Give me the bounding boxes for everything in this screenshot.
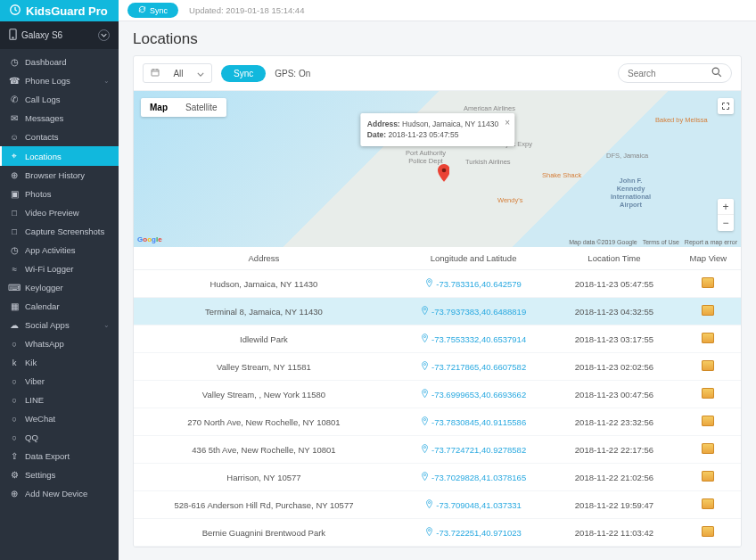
sidebar-item-label: Contacts <box>25 132 59 142</box>
coord-link[interactable]: -73.7937383,40.6488819 <box>421 306 526 317</box>
map-view-icon[interactable] <box>702 416 714 426</box>
coord-link[interactable]: -73.7830845,40.9115586 <box>421 416 526 428</box>
sidebar-item-kik[interactable]: kKik <box>0 353 119 372</box>
sidebar-item-capture-screenshots[interactable]: □Capture Screenshots <box>0 222 119 241</box>
search-icon <box>711 67 722 79</box>
pin-icon <box>421 444 429 456</box>
table-row[interactable]: 436 5th Ave, New Rochelle, NY 10801-73.7… <box>134 436 741 464</box>
coord-link[interactable]: -73.7217865,40.6607582 <box>421 361 526 373</box>
sidebar-item-add-new-device[interactable]: ⊕Add New Device <box>0 484 119 503</box>
search-input[interactable] <box>628 69 704 78</box>
zoom-out-button[interactable]: − <box>718 215 734 231</box>
sidebar-item-qq[interactable]: ○QQ <box>0 428 119 447</box>
map-marker-icon[interactable] <box>438 164 450 177</box>
sidebar-item-browser-history[interactable]: ⊕Browser History <box>0 166 119 185</box>
sidebar-item-phone-logs[interactable]: ☎Phone Logs⌄ <box>0 71 119 90</box>
coord-link[interactable]: -73.709048,41.037331 <box>425 499 522 511</box>
table-row[interactable]: Bernie Guagnini Brentwood Park-73.722251… <box>134 519 741 547</box>
map-view-icon[interactable] <box>702 360 714 371</box>
topbar: Sync Updated: 2019-01-18 15:14:44 <box>119 0 756 21</box>
sync-button-panel[interactable]: Sync <box>221 65 266 82</box>
cell-address: Harrison, NY 10577 <box>134 464 394 491</box>
close-icon[interactable]: × <box>505 116 510 129</box>
viber-icon: ○ <box>9 376 20 386</box>
cell-address: 528-616 Anderson Hill Rd, Purchase, NY 1… <box>134 491 394 519</box>
coord-link[interactable]: -73.7553332,40.6537914 <box>421 334 526 345</box>
map-type-tabs: Map Satellite <box>141 98 226 117</box>
sidebar-item-wechat[interactable]: ○WeChat <box>0 409 119 428</box>
map-view-icon[interactable] <box>702 305 714 316</box>
sidebar-nav: ◷Dashboard☎Phone Logs⌄✆Call Logs✉Message… <box>0 49 119 503</box>
filter-label: All <box>173 69 183 78</box>
sidebar-item-locations[interactable]: ⌖Locations <box>0 146 119 166</box>
map-view-icon[interactable] <box>702 443 714 454</box>
pin-icon: ⌖ <box>9 151 20 161</box>
table-row[interactable]: 528-616 Anderson Hill Rd, Purchase, NY 1… <box>134 491 741 519</box>
table-row[interactable]: Valley Stream, , New York 11580-73.69996… <box>134 381 741 408</box>
locations-table: Address Longitude and Latitude Location … <box>134 247 741 547</box>
sidebar-item-calendar[interactable]: ▦Calendar <box>0 297 119 316</box>
sidebar-item-video-preview[interactable]: □Video Preview <box>0 203 119 222</box>
sidebar-item-label: Data Export <box>25 451 70 461</box>
sidebar-item-data-export[interactable]: ⇪Data Export <box>0 447 119 465</box>
cell-time: 2018-11-22 23:32:56 <box>553 408 675 436</box>
svg-point-13 <box>423 474 425 475</box>
cell-coords: -73.7830845,40.9115586 <box>394 408 553 436</box>
map-tab-satellite[interactable]: Satellite <box>177 98 226 117</box>
device-selector[interactable]: Galaxy S6 <box>0 21 119 49</box>
map-poi-label: Turkish Airlines <box>465 158 511 166</box>
sidebar-item-photos[interactable]: ▣Photos <box>0 185 119 203</box>
cell-mapview <box>676 519 741 547</box>
table-row[interactable]: Hudson, Jamaica, NY 11430-73.783316,40.6… <box>134 270 741 298</box>
svg-point-15 <box>429 529 431 531</box>
map-tab-map[interactable]: Map <box>141 98 177 117</box>
map-view-icon[interactable] <box>702 388 714 399</box>
chevron-down-icon: ⌄ <box>103 77 110 85</box>
sidebar-item-messages[interactable]: ✉Messages <box>0 109 119 128</box>
svg-rect-3 <box>152 70 159 76</box>
sidebar-item-keylogger[interactable]: ⌨Keylogger <box>0 278 119 297</box>
map-view-icon[interactable] <box>702 277 714 288</box>
sidebar-item-whatsapp[interactable]: ○WhatsApp <box>0 334 119 353</box>
sidebar-item-wifi-logger[interactable]: ≈Wi-Fi Logger <box>0 259 119 278</box>
sidebar-item-label: QQ <box>25 432 38 442</box>
sidebar-item-label: Video Preview <box>25 208 79 218</box>
map-view-icon[interactable] <box>702 526 714 537</box>
search-box[interactable] <box>618 63 732 83</box>
sidebar-item-dashboard[interactable]: ◷Dashboard <box>0 53 119 71</box>
coord-link[interactable]: -73.722251,40.971023 <box>425 527 522 539</box>
table-row[interactable]: 270 North Ave, New Rochelle, NY 10801-73… <box>134 408 741 436</box>
map-poi-label: DFS, Jamaica <box>606 152 648 160</box>
map-view-icon[interactable] <box>702 498 714 509</box>
sidebar-item-line[interactable]: ○LINE <box>0 391 119 409</box>
date-filter[interactable]: All <box>143 63 212 83</box>
map-view-icon[interactable] <box>702 333 714 343</box>
table-row[interactable]: Valley Stream, NY 11581-73.7217865,40.66… <box>134 353 741 381</box>
sidebar-item-viber[interactable]: ○Viber <box>0 372 119 391</box>
sidebar-item-social-apps[interactable]: ☁Social Apps⌄ <box>0 316 119 334</box>
user-icon: ☺ <box>9 132 20 142</box>
coord-link[interactable]: -73.6999653,40.6693662 <box>421 389 526 400</box>
fullscreen-button[interactable] <box>718 98 734 114</box>
coord-link[interactable]: -73.7724721,40.9278582 <box>421 444 526 456</box>
map-poi-label: Shake Shack <box>542 171 581 179</box>
table-row[interactable]: Idlewild Park-73.7553332,40.65379142018-… <box>134 325 741 353</box>
sync-button-top[interactable]: Sync <box>127 3 178 18</box>
table-row[interactable]: Harrison, NY 10577-73.7029828,41.0378165… <box>134 464 741 491</box>
sidebar-item-contacts[interactable]: ☺Contacts <box>0 128 119 146</box>
map-view-icon[interactable] <box>702 471 714 482</box>
cell-time: 2018-11-23 02:02:56 <box>553 353 675 381</box>
sidebar-item-label: Messages <box>25 113 63 123</box>
zoom-in-button[interactable]: + <box>718 199 734 215</box>
coord-link[interactable]: -73.7029828,41.0378165 <box>421 472 526 483</box>
map-canvas[interactable]: Map Satellite + − American Airlines Van … <box>134 91 741 247</box>
table-row[interactable]: Terminal 8, Jamaica, NY 11430-73.7937383… <box>134 298 741 325</box>
pin-icon <box>421 361 429 373</box>
sidebar-item-settings[interactable]: ⚙Settings <box>0 465 119 484</box>
sidebar-item-app-activities[interactable]: ◷App Activities <box>0 241 119 259</box>
coord-link[interactable]: -73.783316,40.642579 <box>425 278 522 290</box>
sidebar-item-label: Photos <box>25 189 52 199</box>
map-poi-label: John F. Kennedy International Airport <box>611 177 651 209</box>
sidebar-item-call-logs[interactable]: ✆Call Logs <box>0 90 119 109</box>
cell-time: 2018-11-23 04:32:55 <box>553 298 675 325</box>
